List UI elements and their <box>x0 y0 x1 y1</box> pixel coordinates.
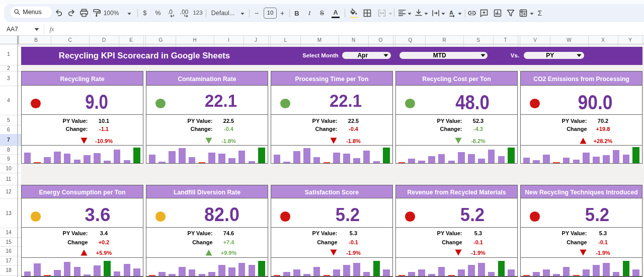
svg-text:A: A <box>449 10 453 16</box>
